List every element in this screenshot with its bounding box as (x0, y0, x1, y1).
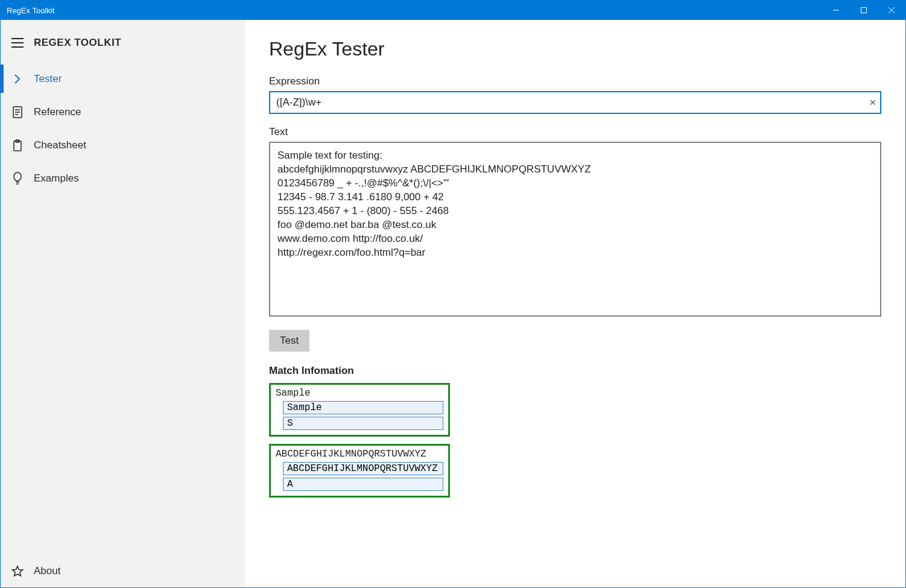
sidebar-item-label: Reference (34, 106, 81, 118)
match-box: SampleSampleS (269, 383, 450, 437)
text-label: Text (269, 126, 881, 138)
nav-list: Tester Reference Cheatsheet Examples (1, 62, 245, 554)
svg-marker-16 (12, 566, 22, 576)
sidebar-title: REGEX TOOLKIT (34, 37, 121, 49)
sidebar-item-label: About (34, 565, 60, 577)
text-input[interactable] (269, 142, 881, 317)
clipboard-icon (1, 139, 34, 151)
sidebar-item-examples[interactable]: Examples (1, 162, 245, 195)
sidebar-item-about[interactable]: About (1, 554, 245, 587)
sidebar-item-tester[interactable]: Tester (1, 62, 245, 95)
match-group: S (283, 417, 443, 430)
document-icon (1, 106, 34, 118)
match-group: Sample (283, 401, 443, 414)
page-title: RegEx Tester (269, 38, 881, 60)
maximize-button[interactable] (850, 1, 878, 20)
svg-rect-1 (861, 8, 867, 13)
svg-point-13 (14, 172, 21, 181)
sidebar-item-label: Cheatsheet (34, 139, 86, 151)
match-list: SampleSampleSABCDEFGHIJKLMNOPQRSTUVWXYZA… (269, 383, 881, 505)
window-title: RegEx Toolkit (1, 6, 54, 15)
match-box: ABCDEFGHIJKLMNOPQRSTUVWXYZABCDEFGHIJKLMN… (269, 444, 450, 498)
clear-icon[interactable]: ✕ (869, 98, 876, 107)
chevron-right-icon (1, 74, 34, 84)
sidebar-item-label: Tester (34, 73, 62, 85)
sidebar-header: REGEX TOOLKIT (1, 26, 245, 59)
expression-label: Expression (269, 75, 881, 87)
match-group: ABCDEFGHIJKLMNOPQRSTUVWXYZ (283, 462, 443, 475)
close-button[interactable] (878, 1, 905, 20)
match-group: A (283, 478, 443, 491)
match-text: Sample (276, 388, 443, 399)
expression-input[interactable] (269, 91, 881, 114)
match-text: ABCDEFGHIJKLMNOPQRSTUVWXYZ (276, 449, 443, 460)
title-bar: RegEx Toolkit (1, 1, 905, 20)
window-controls (822, 1, 905, 20)
test-button[interactable]: Test (269, 330, 309, 352)
main-content: RegEx Tester Expression ✕ Text Test Matc… (245, 20, 905, 587)
sidebar-item-cheatsheet[interactable]: Cheatsheet (1, 128, 245, 162)
hamburger-button[interactable] (1, 38, 34, 48)
minimize-button[interactable] (822, 1, 850, 20)
sidebar-item-reference[interactable]: Reference (1, 95, 245, 128)
lightbulb-icon (1, 172, 34, 185)
hamburger-icon (11, 38, 24, 48)
sidebar: REGEX TOOLKIT Tester Reference Cheatshee… (1, 20, 245, 587)
star-icon (1, 565, 34, 577)
sidebar-item-label: Examples (34, 172, 79, 185)
match-info-title: Match Infomation (269, 365, 881, 377)
